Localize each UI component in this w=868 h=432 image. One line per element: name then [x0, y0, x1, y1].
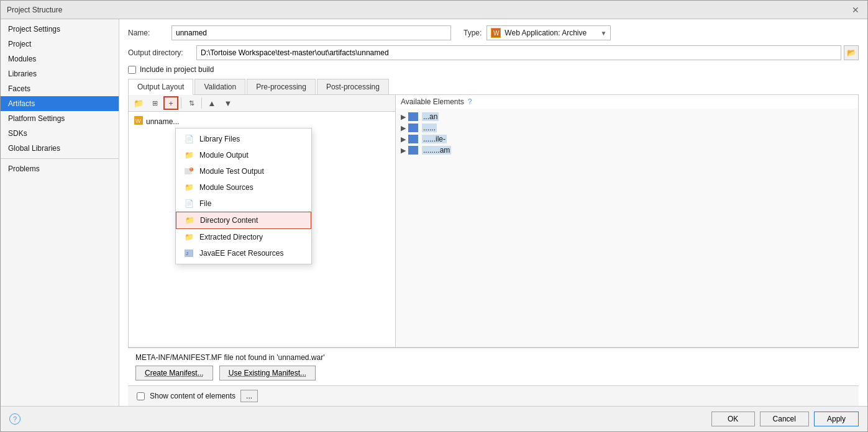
- layout-area: 📁 ⊞ + ⇅ ▲: [128, 95, 859, 348]
- tab-post-processing[interactable]: Post-processing: [317, 79, 389, 94]
- right-panel: Name: Type: W Web Application: Archive ▼: [119, 19, 867, 406]
- footer-left: ?: [9, 413, 21, 425]
- add-plus-button[interactable]: +: [163, 96, 178, 110]
- avail-item-1[interactable]: ▶ ...an: [398, 111, 856, 122]
- sidebar-item-libraries[interactable]: Libraries: [1, 66, 119, 81]
- grid-button[interactable]: ⊞: [147, 96, 162, 110]
- sidebar-item-project-settings[interactable]: Project Settings: [1, 22, 119, 37]
- sidebar-item-facets[interactable]: Facets: [1, 81, 119, 96]
- sidebar-item-sdks[interactable]: SDKs: [1, 126, 119, 141]
- show-content-checkbox[interactable]: [137, 392, 145, 400]
- tree-area: W unname... 📄 Library Files: [129, 112, 395, 347]
- bottom-area: Show content of elements ...: [128, 385, 859, 406]
- sidebar-item-project[interactable]: Project: [1, 37, 119, 52]
- toolbar-separator-2: [201, 97, 202, 109]
- tree-item-unnamed[interactable]: W unname...: [131, 114, 393, 128]
- name-input[interactable]: [171, 25, 451, 40]
- dropdown-module-output[interactable]: 📁 Module Output: [176, 147, 311, 163]
- create-manifest-button[interactable]: Create Manifest...: [135, 366, 213, 380]
- show-content-label: Show content of elements: [150, 392, 235, 400]
- add-folder-icon: 📁: [134, 99, 144, 108]
- arrow-down-icon: ▼: [224, 99, 232, 108]
- close-button[interactable]: ✕: [850, 4, 861, 16]
- layout-toolbar: 📁 ⊞ + ⇅ ▲: [129, 95, 395, 112]
- grid-icon: ⊞: [152, 99, 158, 107]
- expand-icon-1: ▶: [401, 113, 406, 121]
- help-button[interactable]: ?: [9, 413, 21, 425]
- avail-item-2[interactable]: ▶ ......: [398, 122, 856, 133]
- warning-text: META-INF/MANIFEST.MF file not found in '…: [135, 353, 851, 362]
- output-dir-row: Output directory: 📂: [128, 45, 859, 60]
- use-existing-manifest-button[interactable]: Use Existing Manifest...: [219, 366, 316, 380]
- include-build-checkbox[interactable]: [128, 66, 136, 74]
- ellipsis-button[interactable]: ...: [240, 390, 258, 402]
- avail-folder-icon-3: [408, 135, 418, 143]
- available-content: ▶ ...an ▶ ...... ▶ ......ile-: [396, 109, 858, 347]
- add-dropdown-menu: 📄 Library Files 📁 Module Output: [175, 128, 312, 264]
- avail-item-4[interactable]: ▶ ........am: [398, 145, 856, 156]
- sidebar-item-platform-settings[interactable]: Platform Settings: [1, 111, 119, 126]
- plus-icon: +: [168, 99, 173, 108]
- tabs-bar: Output Layout Validation Pre-processing …: [128, 79, 859, 95]
- cancel-button[interactable]: Cancel: [760, 412, 809, 426]
- tab-validation[interactable]: Validation: [194, 79, 245, 94]
- svg-text:J: J: [186, 251, 188, 256]
- dropdown-library-files[interactable]: 📄 Library Files: [176, 131, 311, 147]
- dropdown-javaee-facet[interactable]: J JavaEE Facet Resources: [176, 245, 311, 261]
- type-dropdown[interactable]: W Web Application: Archive ▼: [487, 25, 611, 40]
- show-content-row: Show content of elements ...: [137, 390, 258, 402]
- browse-button[interactable]: 📂: [844, 45, 859, 60]
- sidebar-item-global-libraries[interactable]: Global Libraries: [1, 141, 119, 156]
- dropdown-file[interactable]: 📄 File: [176, 196, 311, 212]
- move-up-button[interactable]: ▲: [204, 96, 219, 110]
- war-icon: W: [134, 115, 144, 127]
- avail-item-3[interactable]: ▶ ......ile-: [398, 133, 856, 145]
- dropdown-module-test-output[interactable]: T Module Test Output: [176, 163, 311, 179]
- svg-text:T: T: [190, 168, 192, 171]
- module-output-icon: 📁: [183, 150, 194, 160]
- dropdown-module-sources[interactable]: 📁 Module Sources: [176, 179, 311, 196]
- avail-label-4: ........am: [422, 146, 451, 155]
- move-down-button[interactable]: ▼: [221, 96, 235, 110]
- warning-area: META-INF/MANIFEST.MF file not found in '…: [128, 348, 859, 385]
- name-type-row: Name: Type: W Web Application: Archive ▼: [128, 25, 859, 40]
- avail-folder-icon-4: [408, 146, 418, 155]
- sidebar: Project Settings Project Modules Librari…: [1, 19, 119, 406]
- add-folder-button[interactable]: 📁: [131, 96, 146, 110]
- dropdown-extracted-directory[interactable]: 📁 Extracted Directory: [176, 229, 311, 245]
- name-label: Name:: [128, 29, 171, 37]
- svg-text:W: W: [493, 30, 500, 37]
- sidebar-item-artifacts[interactable]: Artifacts: [1, 96, 119, 111]
- tab-output-layout[interactable]: Output Layout: [128, 79, 193, 95]
- ok-button[interactable]: OK: [711, 412, 755, 426]
- output-dir-label: Output directory:: [128, 48, 196, 57]
- help-icon[interactable]: ?: [468, 97, 472, 106]
- tab-pre-processing[interactable]: Pre-processing: [247, 79, 316, 94]
- sidebar-item-problems[interactable]: Problems: [1, 161, 119, 176]
- extracted-dir-icon: 📁: [183, 232, 194, 242]
- avail-folder-icon-1: [408, 112, 418, 121]
- output-dir-input[interactable]: [196, 45, 841, 60]
- module-test-icon: T: [183, 166, 194, 176]
- sidebar-item-modules[interactable]: Modules: [1, 52, 119, 66]
- folder-icon: 📂: [847, 48, 856, 57]
- dropdown-directory-content[interactable]: 📁 Directory Content: [176, 212, 311, 229]
- file-icon: 📄: [183, 199, 194, 209]
- window-title: Project Structure: [7, 6, 62, 14]
- svg-text:W: W: [135, 118, 141, 124]
- toolbar-separator: [181, 97, 181, 109]
- directory-icon: 📁: [184, 215, 195, 225]
- sort-button[interactable]: ⇅: [184, 96, 199, 110]
- include-build-label: Include in project build: [140, 65, 214, 74]
- avail-folder-icon-2: [408, 124, 418, 132]
- apply-button[interactable]: Apply: [814, 412, 859, 426]
- module-sources-icon: 📁: [183, 182, 194, 192]
- include-build-row: Include in project build: [128, 65, 859, 74]
- type-icon: W: [491, 28, 501, 38]
- library-files-icon: 📄: [183, 134, 194, 144]
- arrow-up-icon: ▲: [208, 99, 216, 108]
- avail-label-1: ...an: [422, 112, 439, 121]
- title-bar: Project Structure ✕: [1, 1, 867, 19]
- javaee-icon: J: [183, 248, 194, 258]
- expand-icon-3: ▶: [401, 135, 406, 143]
